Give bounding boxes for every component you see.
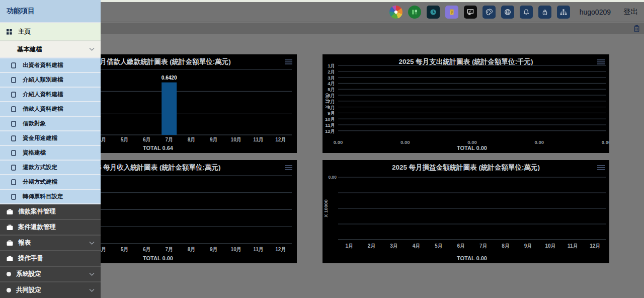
square-outline-icon xyxy=(11,92,16,98)
svg-text:11月: 11月 xyxy=(568,243,578,249)
sidebar-item-label: 資金用途建檔 xyxy=(23,134,57,142)
svg-text:9月: 9月 xyxy=(210,137,218,142)
sidebar-item-label: 借款人資料建檔 xyxy=(23,105,63,113)
svg-text:1月: 1月 xyxy=(345,243,353,249)
green-ledger-icon[interactable] xyxy=(408,6,421,19)
svg-text:5月: 5月 xyxy=(121,247,129,252)
sidebar-item-label: 借款案件管理 xyxy=(18,207,56,216)
sidebar-sub-item[interactable]: 分期方式建檔 xyxy=(0,175,101,190)
square-outline-icon xyxy=(11,194,16,200)
chevron-down-icon xyxy=(89,272,95,276)
chevron-down-icon xyxy=(89,48,95,51)
briefcase-icon xyxy=(6,224,14,231)
svg-text:5月: 5月 xyxy=(121,137,129,142)
sidebar-sub-item[interactable]: 借款人資料建檔 xyxy=(0,102,101,117)
svg-text:10月: 10月 xyxy=(231,247,242,252)
square-outline-icon xyxy=(11,150,16,156)
sidebar-sub-item[interactable]: 介紹人資料建檔 xyxy=(0,88,101,102)
svg-text:11月: 11月 xyxy=(253,247,264,252)
square-outline-icon xyxy=(11,62,16,68)
sidebar-title: 功能項目 xyxy=(0,0,101,23)
square-outline-icon xyxy=(11,77,16,83)
sidebar-item-label: 轉傳票科目設定 xyxy=(23,193,63,200)
header-icon-group xyxy=(389,6,570,19)
svg-text:9月: 9月 xyxy=(328,110,335,116)
bell-icon[interactable] xyxy=(520,6,533,19)
svg-text:8月: 8月 xyxy=(502,243,510,249)
svg-text:5月: 5月 xyxy=(328,87,335,92)
presentation-icon[interactable] xyxy=(464,6,477,19)
clock-icon[interactable] xyxy=(427,6,440,19)
svg-text:6月: 6月 xyxy=(143,137,151,142)
gear-icon xyxy=(6,271,12,277)
chart-panel-expense: 2025 每月支出統計圖表 (統計金額單位:千元) TOTAL 0.00 1月2… xyxy=(323,54,609,153)
sidebar-item-label: 報表 xyxy=(18,239,31,247)
svg-text:12月: 12月 xyxy=(590,243,600,249)
sidebar-dark-item[interactable]: 借款案件管理 xyxy=(0,204,101,220)
svg-text:0.00: 0.00 xyxy=(602,139,609,145)
palette-icon[interactable] xyxy=(482,6,496,19)
svg-text:12月: 12月 xyxy=(275,137,286,142)
square-outline-icon xyxy=(11,179,16,185)
svg-text:0.00: 0.00 xyxy=(535,139,544,145)
sidebar-item-label: 分期方式建檔 xyxy=(23,178,57,186)
briefcase-icon xyxy=(6,255,14,262)
sidebar-basic-items: 出資者資料建檔介紹人類別建檔介紹人資料建檔借款人資料建檔借款對象資金用途建檔資格… xyxy=(0,58,101,204)
sitemap-icon[interactable] xyxy=(557,6,570,19)
svg-text:7月: 7月 xyxy=(165,247,173,252)
sidebar-sub-item[interactable]: 資格建檔 xyxy=(0,146,101,161)
sidebar-dark-item[interactable]: 案件還款管理 xyxy=(0,220,101,236)
sidebar-dark-item[interactable]: 報表 xyxy=(0,236,101,251)
svg-text:X 1000: X 1000 xyxy=(324,93,330,108)
svg-text:11月: 11月 xyxy=(253,137,264,142)
square-outline-icon xyxy=(11,135,16,141)
square-outline-icon xyxy=(11,121,16,127)
svg-text:10月: 10月 xyxy=(325,116,335,122)
sidebar-sub-item[interactable]: 借款對象 xyxy=(0,117,101,131)
sidebar-item-label: 介紹人類別建檔 xyxy=(23,76,63,84)
sidebar-item-label: 主頁 xyxy=(18,28,31,36)
sidebar-item-label: 共同設定 xyxy=(16,286,41,294)
sidebar-sub-item[interactable]: 資金用途建檔 xyxy=(0,131,101,146)
svg-text:7月: 7月 xyxy=(165,137,173,142)
svg-text:2月: 2月 xyxy=(328,69,335,74)
sidebar-item-label: 資格建檔 xyxy=(23,149,46,157)
svg-text:3月: 3月 xyxy=(390,243,398,249)
square-outline-icon xyxy=(11,106,16,112)
sidebar-item-home[interactable]: 主頁 xyxy=(0,23,101,41)
svg-text:3月: 3月 xyxy=(328,75,335,81)
trash-icon[interactable] xyxy=(633,24,640,33)
sidebar-dark-item[interactable]: 系統設定 xyxy=(0,267,101,282)
logout-button[interactable]: 登出 xyxy=(623,7,638,17)
sidebar-dark-item[interactable]: 共同設定 xyxy=(0,282,101,298)
svg-text:11月: 11月 xyxy=(325,122,335,128)
svg-text:6月: 6月 xyxy=(143,247,151,252)
chevron-down-icon xyxy=(89,288,95,292)
svg-text:2月: 2月 xyxy=(368,243,376,249)
sidebar-sub-item[interactable]: 還款方式設定 xyxy=(0,161,101,175)
sidebar-item-label: 借款對象 xyxy=(23,120,46,127)
sidebar-dark-item[interactable]: 操作手冊 xyxy=(0,251,101,267)
sidebar-group-basic[interactable]: 基本建檔 xyxy=(0,41,101,58)
sidebar-item-label: 系統設定 xyxy=(16,270,41,278)
briefcase-icon xyxy=(6,208,14,215)
globe-icon[interactable] xyxy=(501,6,514,19)
sidebar-item-label: 還款方式設定 xyxy=(23,164,57,171)
square-outline-icon xyxy=(11,165,16,171)
chart-canvas: 1月2月3月4月5月6月7月8月9月10月11月12月0.000.000.000… xyxy=(323,54,609,153)
chart-panel-profit: 2025 每月損益金額統計圖表 (統計金額單位:萬元) TOTAL 0.00 0… xyxy=(323,160,609,263)
svg-text:7月: 7月 xyxy=(479,243,488,249)
lock-icon[interactable] xyxy=(538,6,551,19)
sidebar-item-label: 操作手冊 xyxy=(18,254,43,263)
scroll-icon[interactable] xyxy=(445,6,458,19)
svg-text:0.00: 0.00 xyxy=(334,139,343,145)
svg-text:8月: 8月 xyxy=(188,247,196,252)
sidebar-sub-item[interactable]: 出資者資料建檔 xyxy=(0,58,101,73)
sidebar-sub-item[interactable]: 介紹人類別建檔 xyxy=(0,73,101,88)
sidebar-sub-item[interactable]: 轉傳票科目設定 xyxy=(0,190,101,204)
svg-text:0.00: 0.00 xyxy=(400,139,410,145)
briefcase-icon xyxy=(6,240,14,246)
svg-text:1月: 1月 xyxy=(328,63,335,68)
colorful-logo-icon[interactable] xyxy=(389,6,403,19)
svg-text:12月: 12月 xyxy=(275,247,286,252)
